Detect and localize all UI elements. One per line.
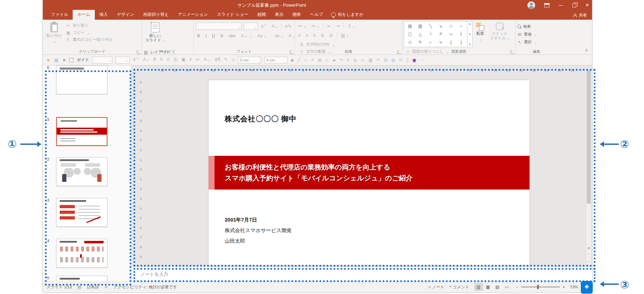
tab-transitions[interactable]: 画面切り替え xyxy=(139,10,173,20)
shape-glyph[interactable]: ↘ xyxy=(439,24,442,28)
slide-thumbnail[interactable]: 6 xyxy=(43,65,131,96)
shape-glyph[interactable]: △ xyxy=(419,32,422,37)
bullets-icon[interactable]: ≔ xyxy=(196,57,200,63)
more-commands-icon[interactable]: ⋯ xyxy=(420,58,425,63)
copy-button[interactable]: ▣コピー xyxy=(66,30,113,35)
slide-counter[interactable]: スライド 1/13 xyxy=(46,285,72,290)
delete-icon[interactable]: ✕ xyxy=(63,58,66,63)
tab-developer[interactable]: 開発 xyxy=(288,10,305,20)
select-button[interactable]: ↖選択 xyxy=(517,39,537,45)
quick-styles-button[interactable]: クイックスタイル xyxy=(488,21,512,46)
clear-formatting-icon[interactable]: A✎ xyxy=(284,23,293,30)
line-spacing-icon[interactable]: ⇕ xyxy=(347,23,356,29)
shape-glyph[interactable]: ✎ xyxy=(419,40,422,45)
font-size-combo[interactable] xyxy=(244,23,258,30)
shape-link-icon[interactable]: ◇ xyxy=(232,57,235,63)
shape-glyph[interactable]: ⇨ xyxy=(449,32,453,37)
zoom-out-icon[interactable]: − xyxy=(516,285,519,289)
strikethrough-icon[interactable]: abc xyxy=(228,33,237,39)
text-highlight-icon[interactable]: ab xyxy=(274,33,284,39)
next-slide-icon[interactable]: ⌄ xyxy=(586,259,591,263)
new-slide-button[interactable]: 新しいスライド xyxy=(143,21,167,48)
bring-forward-icon[interactable]: ▱ xyxy=(326,58,329,63)
slide-thumbnail[interactable]: 2 xyxy=(43,157,131,188)
normal-view-icon[interactable]: ▥ xyxy=(474,283,483,291)
language-indicator[interactable]: 日本語 xyxy=(87,285,99,290)
align-center-icon[interactable]: ≡ xyxy=(304,32,309,39)
undo-icon[interactable]: ↶ xyxy=(376,58,380,63)
shape-glyph[interactable]: ▤ xyxy=(408,24,412,28)
previous-slide-icon[interactable]: ⌃ xyxy=(586,253,591,256)
font-name-combo[interactable] xyxy=(196,23,242,30)
restore-button[interactable] xyxy=(572,4,576,7)
slide-recipient-text[interactable]: 株式会社〇〇〇 御中 xyxy=(225,114,297,124)
paragraph-dialog-launcher[interactable] xyxy=(397,50,401,54)
slide-date-block[interactable]: 2001年7月7日 株式会社スマホサービス開発 山田太郎 xyxy=(225,215,292,246)
bullets-icon[interactable]: ≔ xyxy=(297,23,307,29)
zoom-level[interactable]: 73% xyxy=(570,285,578,289)
scroll-down-icon[interactable]: ▼ xyxy=(586,247,591,250)
shape-glyph[interactable]: └ xyxy=(429,32,432,37)
dropbox-badge-icon[interactable]: ❖ xyxy=(581,281,593,294)
shrink-font-icon[interactable]: A⌄ xyxy=(271,23,280,30)
bold-icon[interactable]: B xyxy=(196,33,201,39)
shape-glyph[interactable]: ⇩ xyxy=(459,32,463,37)
crop-icon[interactable]: ▭ xyxy=(361,58,364,63)
tab-animations[interactable]: アニメーション xyxy=(173,10,212,20)
tab-review[interactable]: 校閲 xyxy=(253,10,270,20)
close-button[interactable]: ✕ xyxy=(585,0,589,11)
accessibility-status[interactable]: アクセシビリティ: 検討が必要です xyxy=(113,285,177,290)
decrease-indent-icon[interactable]: ⇤ xyxy=(326,23,332,29)
align-right-icon[interactable]: ≡ xyxy=(312,32,317,39)
slide-thumbnail[interactable]: 4 xyxy=(43,239,131,270)
rotate-icon[interactable]: ↷ xyxy=(340,58,343,63)
grow-font-icon[interactable]: A⌃ xyxy=(260,23,269,30)
align-left-icon[interactable]: ≡ xyxy=(189,57,192,63)
strikethrough-icon[interactable]: S xyxy=(160,57,163,63)
shape-glyph[interactable]: ╲ xyxy=(429,24,432,28)
tab-view[interactable]: 表示 xyxy=(270,10,288,20)
character-border-icon[interactable]: Ⓐ xyxy=(173,57,178,63)
shrink-font-icon[interactable]: A⌄ xyxy=(143,57,150,63)
shape-glyph[interactable]: ▥ xyxy=(418,24,422,28)
format-painter-button[interactable]: ✎書式のコピー/貼り付け xyxy=(66,37,113,42)
increase-indent-icon[interactable]: ⇥ xyxy=(335,23,341,29)
zoom-slider[interactable]: − + xyxy=(516,285,565,289)
clipboard-dialog-launcher[interactable] xyxy=(137,50,140,54)
slide-thumbnail[interactable]: 3 xyxy=(43,198,131,229)
distribute-icon[interactable]: ≣ xyxy=(328,32,334,39)
spacing-spinner[interactable]: 0 cm xyxy=(264,57,288,64)
shape-glyph[interactable]: ◇ xyxy=(408,40,412,45)
notes-placeholder[interactable]: ノートを入力 xyxy=(140,271,168,277)
collapse-ribbon-icon[interactable]: ∧ xyxy=(585,48,588,52)
notes-toggle[interactable]: ≡ノート xyxy=(428,285,444,290)
arrow-style-icon[interactable]: ↗ xyxy=(311,58,314,63)
paste-options-icon[interactable]: ▣ xyxy=(182,57,185,63)
reading-view-icon[interactable]: ▤ xyxy=(493,283,502,291)
slide-vertical-scrollbar[interactable]: ▼ ⌃ ⌄ xyxy=(586,68,591,265)
slide-thumbnail-image[interactable] xyxy=(56,117,107,146)
align-left-icon[interactable]: ≡ xyxy=(297,32,302,39)
arrange-button[interactable]: 配置 xyxy=(474,21,486,46)
text-direction-button[interactable]: ⇅文字列の方向 xyxy=(299,42,340,47)
numbering-icon[interactable]: ≕ xyxy=(310,23,320,29)
comments-toggle[interactable]: ❝コメント xyxy=(449,285,469,290)
slide-thumbnail-image[interactable] xyxy=(56,157,107,186)
qat-size-combo[interactable] xyxy=(116,57,130,64)
change-case-icon[interactable]: Aa xyxy=(256,33,267,39)
redo-icon[interactable]: ↺ xyxy=(399,58,402,63)
format-painter-icon[interactable]: ✎ xyxy=(224,57,228,63)
display-settings-icon[interactable]: ▤ xyxy=(78,285,81,289)
tab-file[interactable]: ファイル xyxy=(46,10,73,20)
gridlines-icon[interactable]: # xyxy=(347,58,349,63)
share-button[interactable]: 共有 xyxy=(573,12,587,18)
shape-glyph[interactable]: □ xyxy=(450,24,452,28)
shape-glyph[interactable]: } xyxy=(460,40,462,45)
shape-gallery-scroll[interactable]: ▲▼▼ xyxy=(467,21,472,47)
notes-pane[interactable]: ノートを入力 xyxy=(132,267,592,281)
align-objects-icon[interactable]: ⊞ xyxy=(318,58,322,63)
slide-thumbnail[interactable]: 5 xyxy=(43,276,131,281)
justify-icon[interactable]: ≣ xyxy=(320,32,325,39)
slide-thumbnail-image[interactable] xyxy=(56,65,107,94)
cut-button[interactable]: ✂切り取り xyxy=(66,23,113,28)
